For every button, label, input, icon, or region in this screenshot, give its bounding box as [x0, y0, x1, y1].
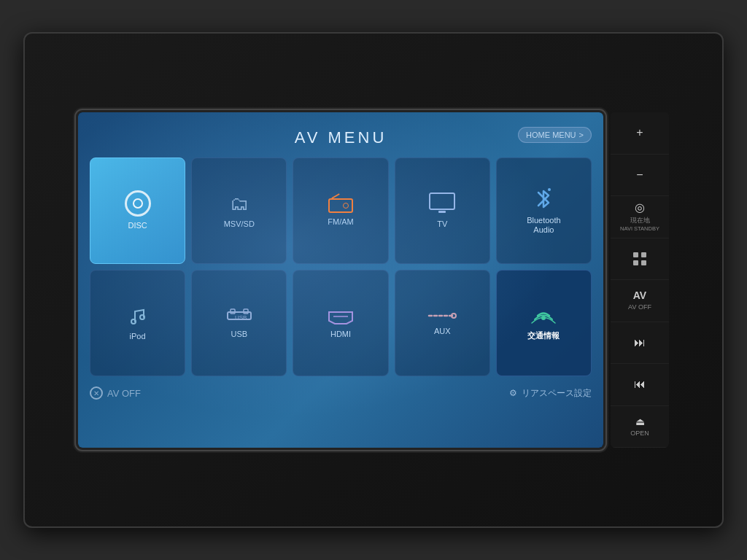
skip-back-icon: ⏮ [634, 378, 646, 391]
ipod-label: iPod [130, 332, 146, 341]
rear-setting-icon: ⚙ [509, 388, 517, 398]
disc-label: DISC [128, 221, 147, 230]
svg-point-3 [131, 319, 136, 324]
current-location-label: 現在地NAVI STANDBY [620, 217, 659, 233]
svg-point-4 [140, 315, 144, 319]
aux-icon [427, 309, 457, 322]
plus-icon: + [636, 126, 643, 139]
av-menu-grid: DISC 🗂 MSV/SD FM/AM [78, 158, 603, 376]
svg-point-12 [541, 316, 546, 320]
music-note-icon [128, 304, 148, 327]
current-location-button[interactable]: ◎ 現在地NAVI STANDBY [611, 196, 669, 238]
svg-text:USB: USB [235, 314, 247, 321]
hdmi-label: HDMI [330, 330, 351, 339]
msv-sd-label: MSV/SD [224, 219, 255, 229]
svg-rect-1 [438, 211, 446, 213]
av-button[interactable]: AV AV OFF [611, 280, 669, 322]
bluetooth-audio-label: Bluetooth Audio [527, 216, 560, 235]
volume-down-button[interactable]: − [611, 155, 669, 197]
svg-point-2 [548, 188, 551, 191]
menu-item-tv[interactable]: TV [395, 158, 490, 264]
grid-menu-button[interactable] [611, 238, 669, 281]
rear-setting-label: リアスペース設定 [522, 387, 592, 400]
screen: AV MENU HOME MENU > DISC 🗂 MSV/SD [78, 112, 603, 448]
menu-item-hdmi[interactable]: HDMI [293, 270, 388, 376]
av-off-small-label: AV OFF [628, 303, 651, 311]
bluetooth-icon [533, 187, 554, 211]
svg-rect-15 [633, 260, 638, 265]
eject-icon: ⏏ [635, 416, 645, 427]
svg-rect-0 [430, 193, 454, 209]
usb-label: USB [231, 330, 247, 339]
location-icon: ◎ [635, 201, 645, 214]
av-off-label: AV OFF [107, 388, 141, 399]
rear-setting-button[interactable]: ⚙ リアスペース設定 [509, 387, 592, 400]
right-control-panel: + − ◎ 現在地NAVI STANDBY AV AV OFF ⏭ ⏮ [611, 112, 669, 448]
av-off-icon: ✕ [90, 386, 103, 400]
grid-icon [632, 252, 647, 266]
skip-forward-icon: ⏭ [634, 336, 646, 349]
av-icon: AV [633, 289, 646, 301]
disc-icon [125, 190, 151, 217]
volume-up-button[interactable]: + [611, 112, 669, 155]
tv-label: TV [437, 219, 447, 229]
usb-icon: USB [226, 306, 252, 325]
fm-am-label: FM/AM [328, 217, 353, 227]
menu-item-bluetooth-audio[interactable]: Bluetooth Audio [496, 158, 592, 264]
skip-forward-button[interactable]: ⏭ [611, 322, 669, 365]
menu-item-ipod[interactable]: iPod [90, 270, 185, 376]
menu-item-aux[interactable]: AUX [395, 270, 490, 376]
bottom-bar: ✕ AV OFF ⚙ リアスペース設定 [78, 379, 603, 404]
skip-back-button[interactable]: ⏮ [611, 364, 669, 406]
svg-rect-16 [641, 260, 646, 265]
menu-item-disc[interactable]: DISC [90, 158, 185, 264]
menu-item-msv-sd[interactable]: 🗂 MSV/SD [191, 158, 287, 264]
aux-label: AUX [434, 327, 451, 336]
radio-icon [328, 194, 353, 213]
hdmi-icon [326, 306, 355, 325]
menu-item-usb[interactable]: USB USB [191, 270, 287, 376]
menu-item-traffic[interactable]: 交通情報 [496, 270, 592, 376]
svg-rect-13 [633, 252, 638, 257]
eject-button[interactable]: ⏏ OPEN [611, 406, 669, 448]
sd-card-icon: 🗂 [230, 192, 249, 215]
traffic-label: 交通情報 [527, 331, 560, 341]
car-unit: Pioneer carrozzeria AV MENU HOME MENU > … [23, 32, 724, 528]
menu-item-fm-am[interactable]: FM/AM [293, 158, 388, 264]
traffic-icon [530, 305, 557, 327]
screen-bezel: Pioneer carrozzeria AV MENU HOME MENU > … [78, 112, 603, 448]
svg-rect-14 [641, 252, 646, 257]
home-menu-button[interactable]: HOME MENU > [518, 127, 592, 143]
tv-icon [428, 192, 456, 215]
minus-icon: − [636, 168, 643, 182]
av-off-button[interactable]: ✕ AV OFF [90, 386, 141, 400]
eject-label: OPEN [630, 429, 649, 438]
